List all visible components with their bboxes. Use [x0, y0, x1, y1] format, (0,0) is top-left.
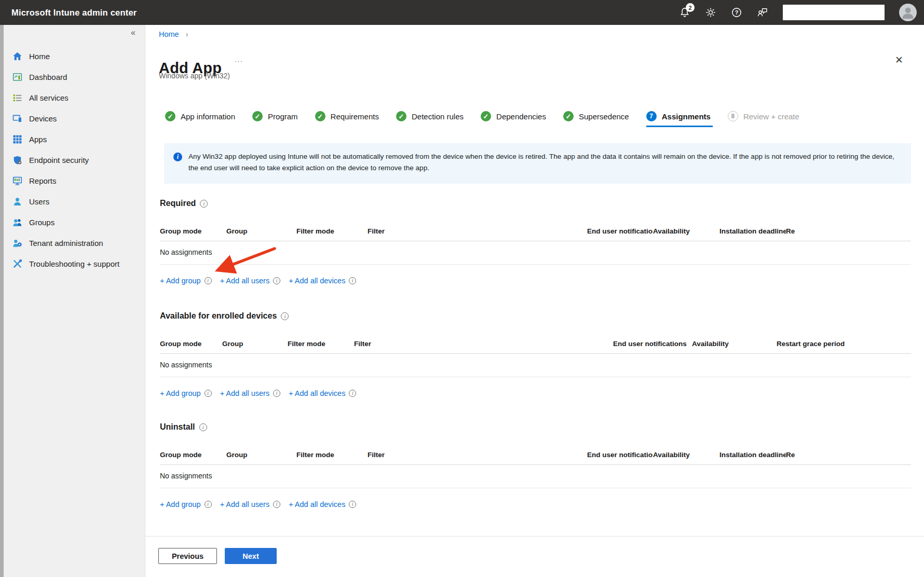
info-icon[interactable]: i	[205, 390, 212, 397]
sidebar-item-troubleshooting-support[interactable]: Troubleshooting + support	[0, 253, 145, 274]
col-restart-grace-period: Restart grace period	[777, 340, 845, 348]
sidebar-item-label: Troubleshooting + support	[29, 259, 119, 268]
sidebar-item-tenant-administration[interactable]: Tenant administration	[0, 232, 145, 253]
help-icon[interactable]: ?	[731, 7, 742, 18]
col-group: Group	[226, 227, 296, 235]
step-program[interactable]: ✓ Program	[252, 111, 298, 122]
apps-icon	[12, 134, 22, 144]
info-icon[interactable]: i	[205, 277, 212, 284]
sidebar-item-endpoint-security[interactable]: Endpoint security	[0, 149, 145, 170]
col-availability: Availability	[653, 227, 719, 235]
section-title: Required	[160, 199, 196, 208]
col-installation-deadline: Installation deadline	[719, 227, 786, 235]
sidebar-item-home[interactable]: Home	[0, 46, 145, 66]
sidebar-collapse-button[interactable]: «	[131, 28, 135, 37]
no-assignments-text: No assignments	[160, 361, 212, 369]
groups-icon	[12, 217, 22, 227]
section-title: Available for enrolled devices	[160, 311, 277, 321]
sidebar-item-label: All services	[29, 93, 69, 102]
info-icon[interactable]: i	[273, 501, 280, 508]
step-number: 8	[728, 111, 738, 121]
notification-badge: 2	[686, 3, 695, 12]
next-button[interactable]: Next	[225, 548, 277, 564]
info-icon[interactable]: i	[349, 390, 356, 397]
all-services-icon	[12, 93, 22, 103]
chevron-right-icon: ›	[186, 30, 188, 38]
step-number: 7	[646, 111, 657, 121]
add-all-devices-link[interactable]: + Add all devices	[289, 277, 345, 285]
col-restart-grace-period-clipped: Re	[786, 227, 795, 235]
step-supersedence[interactable]: ✓ Supersedence	[563, 111, 629, 122]
add-all-users-link[interactable]: + Add all users	[220, 277, 270, 285]
add-group-link[interactable]: + Add group	[160, 500, 201, 509]
add-all-devices-link[interactable]: + Add all devices	[289, 500, 345, 509]
add-all-users-link[interactable]: + Add all users	[220, 389, 270, 397]
breadcrumb-home-link[interactable]: Home	[159, 30, 179, 38]
account-avatar[interactable]	[899, 4, 917, 21]
close-icon[interactable]: ✕	[893, 52, 905, 68]
step-app-information[interactable]: ✓ App information	[165, 111, 235, 122]
sidebar-item-label: Home	[29, 52, 50, 61]
add-all-devices-link[interactable]: + Add all devices	[289, 389, 345, 397]
no-assignments-text: No assignments	[160, 472, 212, 480]
add-group-link[interactable]: + Add group	[160, 277, 201, 285]
col-group: Group	[222, 340, 288, 348]
step-requirements[interactable]: ✓ Requirements	[315, 111, 379, 122]
info-icon[interactable]: i	[273, 277, 280, 284]
footer-divider	[145, 536, 924, 537]
search-box-redacted[interactable]	[783, 5, 885, 20]
info-icon[interactable]: i	[349, 277, 356, 284]
info-icon[interactable]: i	[281, 312, 289, 320]
info-icon[interactable]: i	[349, 501, 356, 508]
sidebar-item-devices[interactable]: Devices	[0, 108, 145, 129]
col-installation-deadline: Installation deadline	[719, 451, 786, 459]
more-options-icon[interactable]: ···	[235, 57, 243, 65]
info-icon[interactable]: i	[199, 423, 207, 431]
sidebar-item-users[interactable]: Users	[0, 191, 145, 212]
col-filter: Filter	[368, 451, 587, 459]
sidebar-item-label: Endpoint security	[29, 156, 89, 164]
info-banner: i Any Win32 app deployed using Intune wi…	[164, 143, 911, 184]
gear-icon[interactable]	[705, 7, 716, 18]
step-detection-rules[interactable]: ✓ Detection rules	[396, 111, 464, 122]
add-all-users-link[interactable]: + Add all users	[220, 500, 270, 509]
sidebar-scrollbar[interactable]	[0, 25, 4, 577]
sidebar-item-all-services[interactable]: All services	[0, 87, 145, 108]
footer-buttons: Previous Next	[158, 548, 277, 564]
section-required: Required i Group mode Group Filter mode …	[160, 198, 911, 285]
col-filter: Filter	[354, 340, 613, 348]
sidebar-item-label: Reports	[29, 176, 57, 185]
col-end-user-notifications: End user notifications	[587, 451, 653, 459]
sidebar-item-label: Dashboard	[29, 73, 67, 81]
section-uninstall: Uninstall i Group mode Group Filter mode…	[160, 422, 911, 509]
sidebar-item-label: Devices	[29, 114, 57, 123]
feedback-icon[interactable]	[757, 7, 768, 18]
sidebar-item-label: Tenant administration	[29, 239, 103, 248]
section-available: Available for enrolled devices i Group m…	[160, 311, 911, 397]
step-label: Program	[268, 112, 298, 121]
col-filter: Filter	[368, 227, 587, 235]
info-icon[interactable]: i	[273, 390, 280, 397]
sidebar-item-groups[interactable]: Groups	[0, 212, 145, 232]
col-filter-mode: Filter mode	[296, 227, 368, 235]
notifications-button[interactable]: 2	[679, 7, 690, 18]
info-icon[interactable]: i	[200, 200, 208, 208]
step-label: Detection rules	[412, 112, 464, 121]
step-review-create[interactable]: 8 Review + create	[728, 111, 799, 122]
previous-button[interactable]: Previous	[158, 548, 217, 564]
step-dependencies[interactable]: ✓ Dependencies	[481, 111, 546, 122]
info-icon[interactable]: i	[205, 501, 212, 508]
check-icon: ✓	[481, 111, 491, 121]
sidebar-item-label: Apps	[29, 135, 47, 144]
table-header-row: Group mode Group Filter mode Filter End …	[160, 227, 911, 241]
step-label: Assignments	[662, 112, 711, 121]
person-icon	[899, 4, 917, 21]
sidebar-item-dashboard[interactable]: Dashboard	[0, 66, 145, 87]
sidebar-item-label: Users	[29, 197, 49, 206]
sidebar-item-reports[interactable]: Reports	[0, 170, 145, 191]
sidebar-item-apps[interactable]: Apps	[0, 129, 145, 149]
col-restart-grace-period-clipped: Re	[786, 451, 795, 459]
add-group-link[interactable]: + Add group	[160, 389, 201, 397]
endpoint-security-icon	[12, 155, 22, 165]
step-assignments[interactable]: 7 Assignments	[646, 111, 711, 122]
